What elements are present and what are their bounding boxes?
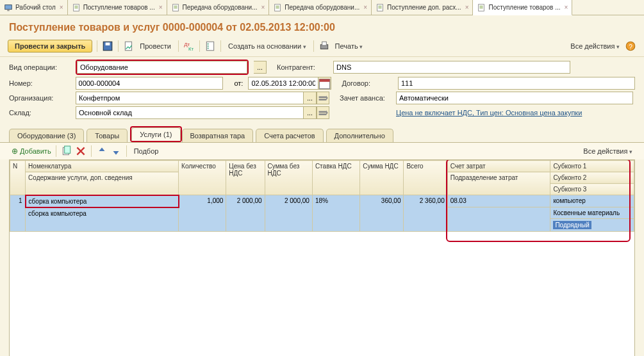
app-tab-label: Поступление товаров ...	[83, 4, 155, 11]
app-tab-transfer-1[interactable]: Передача оборудовани... ×	[167, 0, 270, 15]
all-actions-button[interactable]: Все действия	[568, 41, 622, 51]
create-based-button[interactable]: Создать на основании	[226, 41, 309, 51]
doc-icon	[477, 3, 486, 12]
selection-button[interactable]: Подбор	[131, 146, 161, 156]
col-sum-novat[interactable]: Сумма без НДС	[265, 161, 312, 195]
post-button[interactable]: Провести	[137, 41, 174, 51]
cell-total[interactable]: 2 360,00	[404, 195, 447, 232]
cell-n[interactable]: 1	[10, 195, 26, 232]
warehouse-select-button[interactable]: ...	[304, 106, 317, 119]
cell-nomen[interactable]: сборка компьютера	[26, 195, 179, 207]
post-icon[interactable]	[123, 40, 135, 52]
app-tab-desktop[interactable]: Рабочий стол ×	[0, 0, 68, 15]
warehouse-field[interactable]	[76, 106, 304, 119]
cell-cost-acc[interactable]: 08.03	[447, 195, 550, 207]
svg-rect-4	[275, 4, 281, 11]
app-tab-label: Передача оборудовани...	[285, 4, 359, 11]
tab-additional[interactable]: Дополнительно	[326, 129, 393, 142]
doc-icon	[72, 3, 81, 12]
date-field[interactable]	[248, 77, 318, 90]
print-button[interactable]: Печать	[333, 41, 366, 51]
tab-goods[interactable]: Товары	[87, 129, 128, 142]
save-icon[interactable]	[102, 40, 113, 52]
cell-sub1[interactable]: компьютер	[550, 195, 634, 207]
print-icon[interactable]	[318, 40, 330, 52]
cell-sum-novat[interactable]: 2 000,00	[265, 195, 312, 232]
app-tabs: Рабочий стол × Поступление товаров ... ×…	[0, 0, 644, 15]
svg-rect-25	[319, 113, 327, 115]
close-icon[interactable]: ×	[155, 4, 163, 11]
page-title: Поступление товаров и услуг 0000-000004 …	[0, 15, 644, 38]
tab-equipment[interactable]: Оборудование (3)	[9, 129, 84, 142]
svg-rect-24	[319, 111, 327, 113]
close-icon[interactable]: ×	[56, 4, 63, 11]
counterparty-field[interactable]	[333, 61, 570, 74]
tab-services[interactable]: Услуги (1)	[131, 127, 180, 141]
svg-text:?: ?	[629, 44, 632, 51]
col-division[interactable]: Подразделение затрат	[447, 172, 550, 195]
contract-field[interactable]	[398, 77, 635, 90]
delete-row-icon[interactable]	[75, 145, 87, 157]
cell-vat-sum[interactable]: 360,00	[360, 195, 404, 232]
number-label: Номер:	[9, 79, 70, 87]
col-content[interactable]: Содержание услуги, доп. сведения	[26, 172, 179, 195]
close-icon[interactable]: ×	[359, 4, 367, 11]
number-field[interactable]	[76, 77, 223, 90]
svg-rect-6	[479, 4, 484, 11]
org-open-button[interactable]	[317, 92, 329, 104]
cell-division[interactable]	[447, 207, 550, 232]
close-icon[interactable]: ×	[461, 4, 469, 11]
col-sub2[interactable]: Субконто 2	[550, 172, 634, 184]
close-icon[interactable]: ×	[257, 4, 265, 11]
advance-field[interactable]	[396, 92, 633, 104]
op-type-field[interactable]	[77, 61, 247, 74]
op-type-select-button[interactable]: ...	[254, 61, 267, 74]
warehouse-open-button[interactable]	[317, 106, 329, 119]
structure-icon[interactable]	[204, 40, 216, 52]
cell-sub2[interactable]: Косвенные материаль	[550, 207, 634, 219]
svg-point-15	[207, 47, 208, 49]
svg-text:Кт: Кт	[188, 46, 194, 52]
col-total[interactable]: Всего	[404, 161, 447, 195]
col-qty[interactable]: Количество	[179, 161, 226, 195]
col-cost-acc[interactable]: Счет затрат	[447, 161, 550, 172]
copy-row-icon[interactable]	[61, 145, 72, 157]
col-vat-rate[interactable]: Ставка НДС	[312, 161, 359, 195]
table-row[interactable]: 1 сборка компьютера 1,000 2 000,00 2 000…	[10, 195, 634, 207]
svg-rect-8	[106, 42, 110, 45]
doc-tabs: Оборудование (3) Товары Услуги (1) Возвр…	[0, 126, 644, 142]
col-vat-sum[interactable]: Сумма НДС	[360, 161, 404, 195]
help-icon[interactable]: ?	[625, 40, 636, 52]
close-icon[interactable]: ×	[561, 4, 568, 11]
app-tab-addcost[interactable]: Поступление доп. расх... ×	[372, 0, 473, 15]
cell-content[interactable]: сборка компьютера	[26, 207, 179, 232]
move-down-icon[interactable]	[110, 145, 122, 157]
cell-vat-rate[interactable]: 18%	[312, 195, 359, 232]
app-tab-label: Передача оборудовани...	[183, 4, 258, 11]
price-type-link[interactable]: Цена не включает НДС, Тип цен: Основная …	[396, 109, 582, 117]
app-tab-transfer-2[interactable]: Передача оборудовани... ×	[269, 0, 372, 15]
cell-sub3[interactable]: Подрядный	[550, 219, 634, 232]
cell-qty[interactable]: 1,000	[179, 195, 226, 232]
org-field[interactable]	[76, 92, 304, 104]
services-table: N Номенклатура Количество Цена без НДС С…	[9, 159, 635, 356]
desktop-icon	[4, 3, 13, 12]
dt-kt-icon[interactable]: ДтКт	[183, 40, 195, 52]
calendar-icon[interactable]	[318, 77, 331, 90]
col-sub1[interactable]: Субконто 1	[550, 161, 634, 172]
move-up-icon[interactable]	[96, 145, 108, 157]
col-n[interactable]: N	[10, 161, 26, 195]
col-nomen[interactable]: Номенклатура	[26, 161, 179, 172]
cell-price-novat[interactable]: 2 000,00	[226, 195, 265, 232]
tab-accounts[interactable]: Счета расчетов	[256, 129, 323, 142]
app-tab-receipt-active[interactable]: Поступление товаров ... ×	[473, 0, 572, 15]
app-tab-receipt-1[interactable]: Поступление товаров ... ×	[68, 0, 167, 15]
post-and-close-button[interactable]: Провести и закрыть	[8, 40, 92, 53]
col-sub3[interactable]: Субконто 3	[550, 184, 634, 195]
table-all-actions-button[interactable]: Все действия	[581, 146, 635, 156]
col-price-novat[interactable]: Цена без НДС	[226, 161, 265, 195]
add-row-button[interactable]: Добавить	[12, 147, 51, 156]
org-select-button[interactable]: ...	[304, 92, 317, 104]
form-area: Вид операции: ... Контрагент: Номер: от:…	[0, 57, 644, 124]
tab-returnable[interactable]: Возвратная тара	[182, 129, 254, 142]
